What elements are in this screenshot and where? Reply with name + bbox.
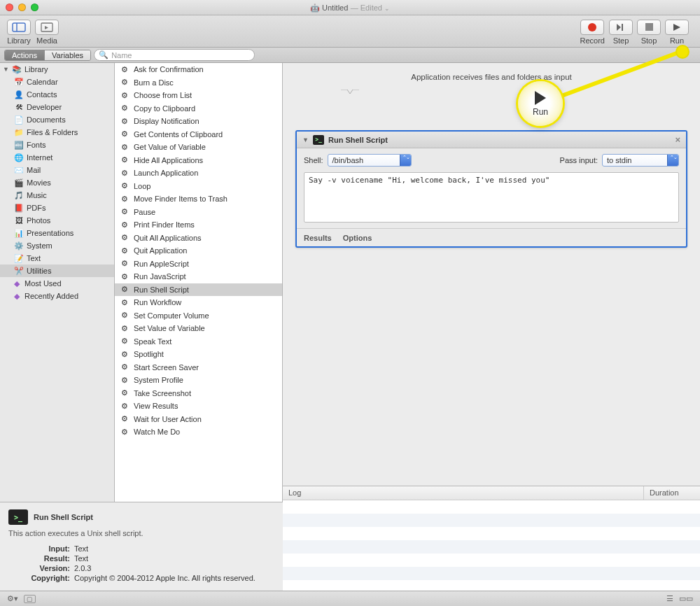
media-button[interactable]: Media (35, 20, 59, 45)
action-item[interactable]: ⚙︎Run JavaScript (115, 270, 282, 283)
pass-input-select[interactable]: to stdin (602, 154, 679, 167)
sidebar-item-documents[interactable]: 📄Documents (0, 113, 114, 126)
step-button[interactable]: Step (609, 20, 633, 45)
actions-list[interactable]: ⚙︎Ask for Confirmation⚙︎Burn a Disc⚙︎Cho… (115, 63, 283, 502)
action-item[interactable]: ⚙︎Run AppleScript (115, 258, 282, 271)
log-body[interactable] (283, 500, 700, 591)
mode-segment[interactable]: Actions Variables (4, 50, 91, 61)
action-item[interactable]: ⚙︎View Results (115, 400, 282, 413)
annotation-label: Run (533, 107, 548, 117)
action-item[interactable]: ⚙︎Display Notification (115, 115, 282, 128)
disclosure-triangle-icon[interactable]: ▼ (3, 66, 9, 73)
script-textarea[interactable]: Say -v voicename "Hi, welcome back, I've… (304, 172, 679, 223)
action-item[interactable]: ⚙︎Choose from List (115, 89, 282, 102)
sidebar-item-presentations[interactable]: 📊Presentations (0, 227, 114, 239)
stop-button[interactable]: Stop (637, 20, 661, 45)
action-icon: ⚙︎ (119, 103, 130, 113)
sidebar-item-text[interactable]: 📝Text (0, 252, 114, 265)
action-item[interactable]: ⚙︎Start Screen Saver (115, 361, 282, 374)
shell-label: Shell: (304, 156, 323, 164)
toggle-log-icon[interactable]: ▢ (24, 595, 36, 603)
minimize-window-button[interactable] (18, 3, 26, 11)
category-icon: 📝 (14, 253, 24, 263)
sidebar-item-movies[interactable]: 🎬Movies (0, 176, 114, 189)
action-item[interactable]: ⚙︎Set Value of Variable (115, 322, 282, 335)
sidebar-item-system[interactable]: ⚙️System (0, 239, 114, 252)
options-tab[interactable]: Options (343, 234, 372, 242)
sidebar-item-calendar[interactable]: 📅Calendar (0, 76, 114, 88)
record-button[interactable]: Record (580, 20, 605, 45)
action-label: Run Workflow (134, 298, 181, 306)
action-item[interactable]: ⚙︎Speak Text (115, 335, 282, 348)
action-item[interactable]: ⚙︎Wait for User Action (115, 413, 282, 426)
action-item[interactable]: ⚙︎Run Workflow (115, 296, 282, 309)
action-item[interactable]: ⚙︎Set Computer Volume (115, 309, 282, 323)
workflow-canvas[interactable]: Application receives files and folders a… (283, 63, 700, 591)
automator-icon: 🤖 (310, 3, 320, 12)
tab-actions[interactable]: Actions (5, 50, 44, 60)
library-sidebar[interactable]: ▼ 📚 Library 📅Calendar👤Contacts🛠Developer… (0, 63, 115, 502)
action-item[interactable]: ⚙︎Burn a Disc (115, 76, 282, 90)
action-item[interactable]: ⚙︎Launch Application (115, 167, 282, 180)
action-item[interactable]: ⚙︎Ask for Confirmation (115, 63, 282, 76)
step-icon (609, 20, 633, 35)
action-icon: ⚙︎ (119, 414, 130, 424)
annotation-dot (677, 46, 688, 57)
sidebar-item-most-used[interactable]: ◆Most Used (0, 277, 114, 290)
action-item[interactable]: ⚙︎Pause (115, 206, 282, 219)
sidebar-item-internet[interactable]: 🌐Internet (0, 151, 114, 164)
search-input[interactable]: 🔍 Name (94, 49, 255, 61)
shell-select[interactable]: /bin/bash (328, 154, 412, 167)
sidebar-item-files-folders[interactable]: 📁Files & Folders (0, 126, 114, 139)
tab-variables[interactable]: Variables (44, 50, 90, 60)
log-col-duration[interactable]: Duration (644, 486, 700, 500)
action-item[interactable]: ⚙︎Take Screenshot (115, 387, 282, 400)
log-col-log[interactable]: Log (283, 486, 644, 500)
action-item[interactable]: ⚙︎Move Finder Items to Trash (115, 192, 282, 206)
log-pane: Log Duration (283, 486, 700, 591)
sidebar-item-fonts[interactable]: 🔤Fonts (0, 139, 114, 151)
category-icon: 📅 (14, 77, 24, 87)
action-item[interactable]: ⚙︎Watch Me Do (115, 425, 282, 439)
sidebar-item-developer[interactable]: 🛠Developer (0, 101, 114, 113)
view-flow-icon[interactable]: ▭▭ (679, 594, 693, 603)
action-item[interactable]: ⚙︎Hide All Applications (115, 154, 282, 167)
zoom-window-button[interactable] (31, 3, 38, 11)
close-window-button[interactable] (6, 3, 13, 11)
action-label: Spotlight (134, 350, 164, 358)
action-item[interactable]: ⚙︎Copy to Clipboard (115, 102, 282, 115)
library-toggle-button[interactable]: Library (7, 20, 31, 45)
disclosure-triangle-icon[interactable]: ▼ (302, 136, 309, 143)
sidebar-item-mail[interactable]: ✉️Mail (0, 164, 114, 176)
action-block-header[interactable]: ▼ >_ Run Shell Script × (297, 132, 686, 148)
action-icon: ⚙︎ (119, 168, 130, 178)
sidebar-item-photos[interactable]: 🖼Photos (0, 214, 114, 227)
view-list-icon[interactable]: ☰ (666, 594, 673, 603)
action-item[interactable]: ⚙︎Print Finder Items (115, 218, 282, 232)
sidebar-item-pdfs[interactable]: 📕PDFs (0, 202, 114, 214)
status-bar: ⚙︎▾ ▢ ☰ ▭▭ (0, 591, 700, 606)
action-item[interactable]: ⚙︎Quit All Applications (115, 232, 282, 245)
action-item[interactable]: ⚙︎Get Value of Variable (115, 141, 282, 154)
chevron-down-icon[interactable]: ⌄ (384, 5, 390, 12)
action-block-run-shell[interactable]: ▼ >_ Run Shell Script × Shell: /bin/bash… (295, 130, 687, 248)
action-icon: ⚙︎ (119, 284, 130, 295)
sidebar-item-utilities[interactable]: ✂️Utilities (0, 265, 114, 277)
sidebar-item-recently-added[interactable]: ◆Recently Added (0, 290, 114, 302)
action-item[interactable]: ⚙︎Spotlight (115, 348, 282, 361)
library-root[interactable]: ▼ 📚 Library (0, 63, 114, 76)
action-item[interactable]: ⚙︎Loop (115, 180, 282, 193)
action-item[interactable]: ⚙︎Quit Application (115, 244, 282, 258)
action-item[interactable]: ⚙︎Get Contents of Clipboard (115, 128, 282, 141)
annotation-run-callout: Run (518, 81, 563, 126)
results-tab[interactable]: Results (304, 234, 332, 242)
run-button[interactable]: Run (665, 20, 689, 45)
close-icon[interactable]: × (675, 134, 680, 145)
action-label: Set Value of Variable (134, 324, 205, 332)
library-tab-bar: Actions Variables 🔍 Name (0, 48, 700, 63)
sidebar-item-contacts[interactable]: 👤Contacts (0, 88, 114, 101)
gear-icon[interactable]: ⚙︎▾ (7, 594, 18, 603)
sidebar-item-music[interactable]: 🎵Music (0, 189, 114, 202)
action-item[interactable]: ⚙︎Run Shell Script (115, 283, 282, 297)
action-item[interactable]: ⚙︎System Profile (115, 374, 282, 387)
